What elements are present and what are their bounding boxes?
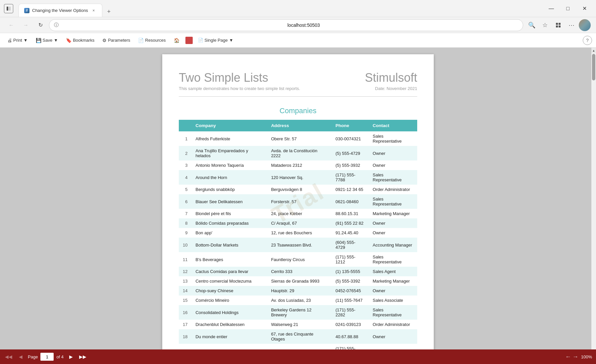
svg-rect-2 <box>556 23 558 25</box>
scroll-thumb[interactable] <box>592 54 595 80</box>
zoom-right-arrow[interactable]: → <box>572 353 578 360</box>
minimize-button[interactable]: — <box>544 3 559 14</box>
table-row: 13Centro comercial MoctezumaSierras de G… <box>179 276 417 286</box>
table-cell-2: Obere Str. 57 <box>267 131 332 146</box>
table-cell-2: C/ Araquil, 67 <box>267 218 332 228</box>
save-button[interactable]: 💾 Save ▼ <box>32 35 62 46</box>
svg-rect-4 <box>556 25 558 27</box>
table-cell-0: 19 <box>179 344 191 349</box>
favorites-star-icon[interactable]: ☆ <box>539 19 551 31</box>
table-cell-0: 9 <box>179 228 191 238</box>
close-button[interactable]: ✕ <box>577 3 592 14</box>
table-cell-4: Owner <box>369 228 417 238</box>
table-cell-1: Around the Horn <box>191 170 267 185</box>
table-cell-4: Order Administrator <box>369 320 417 329</box>
table-cell-0: 15 <box>179 296 191 305</box>
viewer-toolbar: 🖨 Print ▼ 💾 Save ▼ 🔖 Bookmarks ⚙ Paramet… <box>0 33 596 48</box>
table-cell-0: 16 <box>179 305 191 320</box>
report-title: Two Simple Lists <box>179 71 300 85</box>
companies-table: Company Address Phone Contact 1Alfreds F… <box>179 120 417 349</box>
bookmarks-label: Bookmarks <box>73 38 94 43</box>
single-page-label: Single Page <box>205 38 228 43</box>
more-menu-icon[interactable]: ⋯ <box>566 19 577 31</box>
svg-rect-1 <box>9 7 11 11</box>
bottom-right: ← → 100% <box>565 353 592 360</box>
table-cell-0: 8 <box>179 218 191 228</box>
collections-icon[interactable] <box>552 19 564 31</box>
table-cell-1: Antonio Moreno Taquería <box>191 160 267 170</box>
new-tab-button[interactable]: + <box>104 6 114 17</box>
table-cell-0: 5 <box>179 185 191 194</box>
table-cell-4: Owner <box>369 160 417 170</box>
page-number-input[interactable] <box>40 353 54 361</box>
table-cell-2: 120 Hanover Sq. <box>267 170 332 185</box>
page-label: Page <box>28 354 38 359</box>
table-cell-2: Hauptstr. 29 <box>267 286 332 296</box>
table-cell-4: Order Administrator <box>369 185 417 194</box>
forward-button[interactable]: → <box>20 19 32 31</box>
maximize-button[interactable]: □ <box>560 3 575 14</box>
find-button[interactable]: 🏠 <box>171 35 183 46</box>
table-cell-4: Sales Representative <box>369 131 417 146</box>
table-cell-1: Alfreds Futterkiste <box>191 131 267 146</box>
sidebar-toggle-button[interactable] <box>4 4 13 13</box>
bookmarks-icon: 🔖 <box>66 38 72 43</box>
table-cell-1: Centro comercial Moctezuma <box>191 276 267 286</box>
main-content-area: Trial Two Simple Lists This sample demon… <box>0 48 596 349</box>
prev-page-button[interactable]: ◀ <box>16 352 25 361</box>
scroll-up-arrow[interactable]: ▲ <box>591 48 596 53</box>
first-page-button[interactable]: ◀◀ <box>4 352 13 361</box>
table-row: 2Ana Trujillo Emparedados y heladosAvda.… <box>179 146 417 160</box>
table-row: 15Comércio MineiroAv. dos Lusíadas, 23(1… <box>179 296 417 305</box>
col-header-company: Company <box>191 120 267 131</box>
single-page-dropdown-icon: ▼ <box>229 38 233 43</box>
last-page-button[interactable]: ▶▶ <box>78 352 87 361</box>
active-tab[interactable]: // Changing the Viewer Options × <box>19 4 102 17</box>
table-cell-2: 12, rue des Bouchers <box>267 228 332 238</box>
report-brand-section: Stimulsoft Date: November 2021 <box>365 71 417 91</box>
bookmarks-button[interactable]: 🔖 Bookmarks <box>63 35 98 46</box>
next-page-button[interactable]: ▶ <box>66 352 75 361</box>
table-cell-4: Sales Representative <box>369 194 417 209</box>
profile-avatar[interactable] <box>579 19 591 31</box>
zoom-left-arrow[interactable]: ← <box>565 353 571 360</box>
table-cell-3: (5) 555-3932 <box>331 160 369 170</box>
table-cell-4: Sales Associate <box>369 296 417 305</box>
table-cell-0: 12 <box>179 267 191 276</box>
table-cell-2: Forsterstr. 57 <box>267 194 332 209</box>
table-row: 9Bon app'12, rue des Bouchers91.24.45.40… <box>179 228 417 238</box>
brand-name: Stimulsoft <box>365 71 417 85</box>
table-cell-0: 14 <box>179 286 191 296</box>
table-cell-3: (171) 555-0297 <box>331 344 369 349</box>
table-cell-3: (11) 555-7647 <box>331 296 369 305</box>
print-button[interactable]: 🖨 Print ▼ <box>4 35 31 46</box>
table-cell-4: Sales Representative <box>369 252 417 267</box>
svg-rect-5 <box>559 25 561 27</box>
table-cell-2: Cerrito 333 <box>267 267 332 276</box>
table-cell-2: 23 Tsawwassen Blvd. <box>267 238 332 252</box>
table-row: 7Blondel père et fils24, place Kléber88.… <box>179 209 417 218</box>
table-cell-3: (171) 555-1212 <box>331 252 369 267</box>
url-text: localhost:50503 <box>287 23 518 28</box>
table-cell-1: Bólido Comidas preparadas <box>191 218 267 228</box>
table-cell-2: Sierras de Granada 9993 <box>267 276 332 286</box>
address-input[interactable]: ⓘ localhost:50503 <box>49 19 523 31</box>
save-label: Save <box>43 38 53 43</box>
refresh-button[interactable]: ↻ <box>34 19 46 31</box>
back-button[interactable]: ← <box>5 19 17 31</box>
resources-button[interactable]: 📄 Resources <box>135 35 169 46</box>
search-icon[interactable]: 🔍 <box>526 19 538 31</box>
table-cell-1: Bottom-Dollar Markets <box>191 238 267 252</box>
table-cell-3: (91) 555 22 82 <box>331 218 369 228</box>
scrollbar[interactable]: ▲ <box>591 48 596 349</box>
table-cell-3: (171) 555-7788 <box>331 170 369 185</box>
single-page-button[interactable]: 📄 Single Page ▼ <box>195 36 236 44</box>
help-button[interactable]: ? <box>583 36 592 45</box>
report-page: Trial Two Simple Lists This sample demon… <box>162 54 434 349</box>
page-view-icon <box>185 37 193 44</box>
parameters-button[interactable]: ⚙ Parameters <box>99 35 133 46</box>
browser-titlebar: // Changing the Viewer Options × + — □ ✕ <box>0 0 596 17</box>
tab-close-button[interactable]: × <box>91 8 97 14</box>
address-bar: ← → ↻ ⓘ localhost:50503 🔍 ☆ ⋯ <box>0 17 596 33</box>
table-cell-1: B's Beverages <box>191 252 267 267</box>
